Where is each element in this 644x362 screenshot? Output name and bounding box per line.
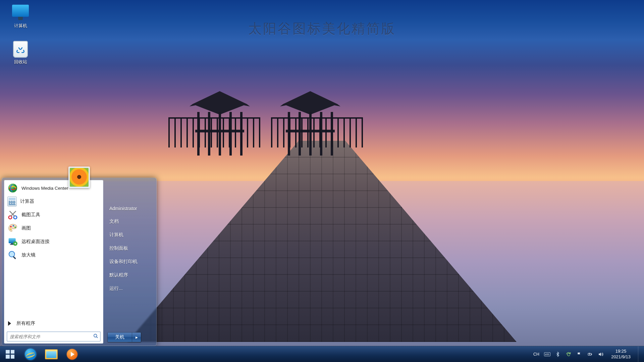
desktop-icon-computer[interactable]: 计算机 (6, 5, 35, 29)
tray-time: 19:25 (611, 349, 631, 354)
tray-vm-icon[interactable]: vm (544, 351, 550, 357)
show-desktop-button[interactable] (638, 346, 642, 362)
program-magnifier[interactable]: 放大镜 (5, 248, 103, 262)
shutdown-options-arrow[interactable] (132, 333, 141, 342)
places-user[interactable]: Administrator (108, 202, 152, 215)
start-menu: Windows Media Center 计算器 截图工具 画图 (2, 178, 157, 346)
tray-volume-icon[interactable] (598, 351, 604, 357)
wallpaper-watermark: 太阳谷图标美化精简版 (248, 19, 396, 38)
program-label: 截图工具 (21, 212, 40, 218)
shutdown-split-button: 关机 (107, 332, 141, 342)
program-label: 放大镜 (21, 252, 36, 258)
desktop-icon-label: 计算机 (6, 23, 35, 29)
svg-point-7 (10, 229, 11, 230)
svg-point-15 (94, 334, 97, 337)
search-input[interactable] (7, 334, 91, 339)
program-calculator[interactable]: 计算器 (5, 195, 103, 208)
tray-bluetooth-icon[interactable] (555, 351, 561, 357)
magnifier-icon (7, 250, 18, 260)
program-snipping-tool[interactable]: 截图工具 (5, 208, 103, 222)
flower-icon (70, 168, 89, 187)
internet-explorer-icon (25, 349, 36, 360)
calculator-icon (7, 196, 17, 206)
triangle-right-icon (8, 321, 11, 326)
svg-point-4 (10, 226, 12, 228)
start-menu-programs-pane: Windows Media Center 计算器 截图工具 画图 (4, 180, 103, 344)
remote-desktop-icon (7, 236, 18, 247)
program-label: Windows Media Center (21, 186, 68, 191)
tray-sync-icon[interactable] (566, 351, 572, 357)
wallpaper-rail (271, 117, 362, 147)
places-computer[interactable]: 计算机 (108, 228, 152, 242)
svg-rect-14 (13, 256, 16, 259)
shutdown-button[interactable]: 关机 (108, 333, 132, 342)
svg-rect-10 (11, 243, 13, 244)
tray-date: 2021/9/13 (611, 354, 631, 360)
svg-rect-17 (591, 354, 592, 354)
places-run[interactable]: 运行... (108, 282, 152, 295)
all-programs-label: 所有程序 (16, 320, 35, 326)
program-paint[interactable]: 画图 (5, 222, 103, 235)
media-center-icon (7, 183, 18, 193)
scissors-icon (7, 209, 18, 220)
taskbar-pin-ie[interactable] (20, 346, 41, 362)
program-label: 画图 (21, 225, 31, 231)
start-menu-places-pane: Administrator 文档 计算机 控制面板 设备和打印机 默认程序 运行… (103, 178, 156, 346)
search-icon (91, 334, 100, 340)
tray-flag-icon[interactable] (576, 351, 582, 357)
tray-ime-indicator[interactable]: CH (533, 352, 539, 357)
svg-point-6 (14, 227, 16, 228)
recycle-bin-icon (13, 41, 28, 58)
media-player-icon (67, 349, 77, 360)
places-control-panel[interactable]: 控制面板 (108, 242, 152, 255)
start-menu-search[interactable] (7, 331, 101, 342)
palette-icon (7, 223, 18, 234)
start-button[interactable] (0, 346, 20, 362)
svg-point-5 (13, 225, 14, 227)
windows-logo-icon (6, 350, 14, 359)
user-avatar[interactable] (68, 167, 90, 188)
tray-clock[interactable]: 19:25 2021/9/13 (608, 349, 633, 360)
desktop-icon-recycle-bin[interactable]: 回收站 (6, 41, 35, 65)
system-tray: CH vm 19:25 2021/9/13 (529, 346, 644, 362)
places-defaults[interactable]: 默认程序 (108, 268, 152, 282)
computer-icon (12, 5, 29, 17)
wallpaper-rail (168, 117, 259, 147)
all-programs-button[interactable]: 所有程序 (5, 317, 103, 330)
program-label: 远程桌面连接 (21, 239, 50, 245)
svg-point-13 (9, 251, 15, 257)
file-explorer-icon (45, 349, 58, 359)
taskbar-pin-explorer[interactable] (41, 346, 62, 362)
taskbar-pin-wmp[interactable] (62, 346, 83, 362)
program-label: 计算器 (20, 198, 34, 204)
places-documents[interactable]: 文档 (108, 215, 152, 228)
taskbar: CH vm 19:25 2021/9/13 (0, 346, 644, 362)
places-devices[interactable]: 设备和打印机 (108, 255, 152, 268)
tray-power-icon[interactable] (587, 351, 593, 357)
program-remote-desktop[interactable]: 远程桌面连接 (5, 235, 103, 248)
wallpaper-pier (127, 141, 517, 342)
desktop-icon-label: 回收站 (6, 59, 35, 65)
